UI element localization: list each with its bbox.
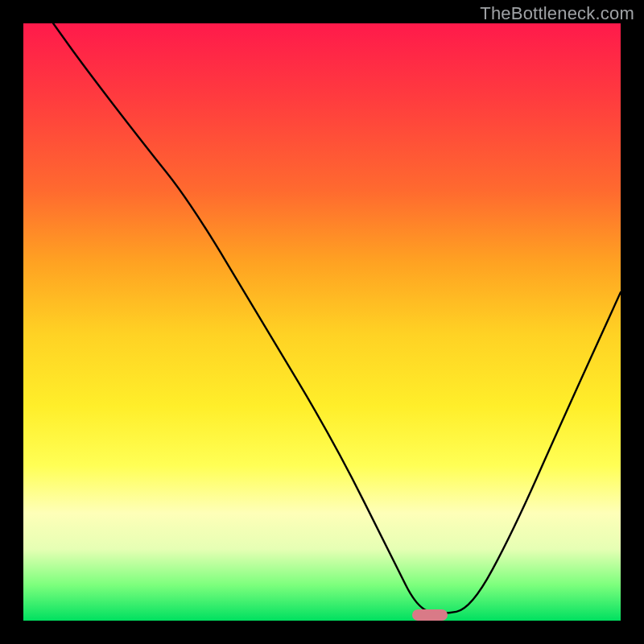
optimal-marker <box>412 609 448 621</box>
plot-area <box>23 23 621 621</box>
chart-frame: TheBottleneck.com <box>0 0 644 644</box>
bottleneck-curve <box>23 23 621 621</box>
curve-path <box>53 23 621 613</box>
watermark-text: TheBottleneck.com <box>480 3 634 24</box>
